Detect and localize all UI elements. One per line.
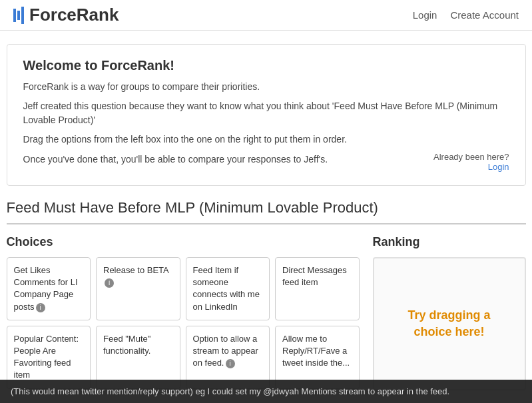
choice-card[interactable]: Get Likes Comments for LI Company Page p…: [7, 257, 91, 320]
header: ForceRank Login Create Account: [0, 0, 532, 31]
logo-bar-1: [13, 9, 16, 22]
already-label: Already been here?: [433, 152, 509, 162]
already-login-link[interactable]: Login: [488, 162, 509, 172]
choices-grid: Get Likes Comments for LI Company Page p…: [7, 257, 360, 389]
columns: Choices Get Likes Comments for LI Compan…: [7, 235, 526, 390]
choices-column: Choices Get Likes Comments for LI Compan…: [7, 235, 360, 390]
welcome-title: Welcome to ForceRank!: [23, 58, 509, 73]
ranking-placeholder: Try dragging a choice here!: [388, 307, 511, 340]
ranking-title: Ranking: [373, 235, 526, 249]
choice-card[interactable]: Feed Item if someone connects with me on…: [186, 257, 270, 320]
choice-card[interactable]: Direct Messages feed item: [275, 257, 360, 320]
welcome-line1: ForceRank is a way for groups to compare…: [23, 80, 509, 94]
info-icon[interactable]: i: [36, 303, 45, 312]
tooltip-bar: (This would mean twitter mention/reply s…: [0, 380, 532, 391]
info-icon[interactable]: i: [105, 278, 114, 288]
logo-icon: [13, 7, 24, 24]
choice-card[interactable]: Release to BETAi: [96, 257, 180, 320]
logo-text: ForceRank: [29, 5, 119, 25]
login-link[interactable]: Login: [413, 9, 437, 21]
header-nav: Login Create Account: [413, 9, 519, 21]
choices-title: Choices: [7, 235, 360, 249]
welcome-line3: Drag the options from the left box into …: [23, 133, 509, 147]
main-content: Feed Must Have Before MLP (Minimum Lovab…: [7, 199, 526, 390]
already-row: Once you've done that, you'll be able to…: [23, 152, 509, 172]
page-title: Feed Must Have Before MLP (Minimum Lovab…: [7, 199, 526, 224]
create-account-link[interactable]: Create Account: [450, 9, 519, 21]
ranking-box[interactable]: Try dragging a choice here!: [373, 257, 526, 390]
logo: ForceRank: [13, 5, 119, 25]
welcome-line4: Once you've done that, you'll be able to…: [23, 153, 328, 167]
tooltip-text: (This would mean twitter mention/reply s…: [11, 386, 449, 391]
welcome-line2: Jeff created this question because they …: [23, 99, 509, 127]
logo-bar-3: [21, 7, 24, 24]
logo-bar-2: [17, 11, 20, 20]
info-icon[interactable]: i: [226, 359, 235, 368]
welcome-box: Welcome to ForceRank! ForceRank is a way…: [7, 44, 526, 186]
ranking-column: Ranking Try dragging a choice here!: [373, 235, 526, 390]
already-text: Already been here? Login: [433, 152, 509, 172]
